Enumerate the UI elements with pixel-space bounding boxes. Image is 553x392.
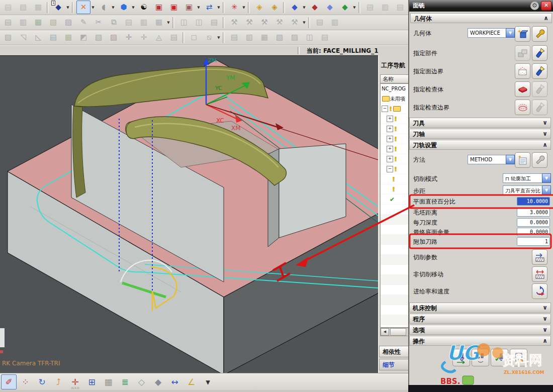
dialog-title-bar[interactable]: 面铣 ⚙ ✕ [409,0,553,12]
machine-sim-button[interactable]: ⚒ [272,16,287,29]
tree-row-11[interactable]: ! [381,184,408,194]
cut-mode-combo-dropdown-arrow[interactable]: ▼ [542,173,551,183]
paste-object-button[interactable]: ▤ [122,16,136,29]
section-actions[interactable]: 操作∧ [409,336,551,346]
select-check-boundary-button[interactable] [515,100,530,115]
tree-row-2[interactable]: 未用项 [381,94,408,104]
edit-geometry-button[interactable] [532,26,547,42]
true-shading-toggle-button[interactable]: ✐ [1,374,17,389]
snap-intersect-button[interactable]: ◩ [76,31,90,44]
list-tool-3-button[interactable]: ▤ [393,1,407,14]
section-geometry[interactable]: 几何体 ∧ [410,13,552,23]
isometric-view-dropdown-arrow[interactable]: ▼ [131,1,136,14]
isometric-view-button[interactable]: ⬢ [117,1,131,14]
tab-details[interactable]: 细节 [379,359,408,370]
generate-program-icon-button[interactable]: ◆ [288,1,302,14]
display-workpiece-dropdown-arrow[interactable]: ▼ [65,1,70,14]
shaded-view-dropdown-arrow[interactable]: ▼ [111,1,116,14]
snap-pole-button[interactable]: ▤ [167,31,181,44]
new-file-button[interactable]: ▤ [1,1,15,14]
final-floor-stock-field[interactable]: 0.0000 [517,228,550,236]
dim-tb-button[interactable]: ▨ [288,31,302,44]
list-output-button[interactable]: ▥ [328,16,342,29]
rotate-reference-button[interactable]: ↻ [34,374,50,389]
tree-row-7[interactable]: +! [381,144,408,154]
view-orient-button[interactable]: ◻ [187,31,201,44]
copy-object-button[interactable]: ⧉ [107,16,121,29]
create-operation-button[interactable]: ▨ [61,16,75,29]
viewport-3d[interactable]: ZM YM YC XC XM RK Camera TFR-TRI [0,55,378,373]
tree-row-1[interactable]: NC_PROG [381,84,408,94]
tab-dependencies[interactable]: 相依性 [379,346,408,357]
tree-row-10[interactable]: ! [381,174,408,184]
tree-row-5[interactable]: +! [381,124,408,134]
list-tool-2-button[interactable]: ▥ [378,1,392,14]
view-fit-button[interactable]: ⧅ [202,31,216,44]
generate-program-icon-dropdown-arrow[interactable]: ▼ [302,1,307,14]
shop-doc-button[interactable]: ▤ [313,16,327,29]
navigator-tree[interactable]: NC_PROG未用项−!+!+!+!+!+!−!!!✔ [380,83,408,328]
tree-row-8[interactable]: +! [381,154,408,164]
dialog-settings-icon[interactable]: ⚙ [530,2,539,10]
shaded-view-button[interactable]: ◖ [97,1,111,14]
section-machine-control[interactable]: 机床控制∨ [409,303,551,313]
display-workpiece-button[interactable]: ◆1 [51,1,65,14]
object-display-dropdown-arrow[interactable]: ▼ [90,1,96,14]
edit-method-button[interactable] [532,152,547,168]
save-file-button[interactable]: ▦ [31,1,45,14]
stepover-combo-dropdown-arrow[interactable]: ▼ [542,185,551,195]
snap-grid-button[interactable]: ✛ [137,31,151,44]
show-blank-cube-button[interactable]: ▣ [167,1,181,14]
verify-toolpath-button[interactable]: ✔ [491,349,508,366]
snap-point-button[interactable]: ▨ [1,31,15,44]
snap-center-button[interactable]: ▤ [46,31,60,44]
delete-object-button[interactable]: ▥ [137,16,151,29]
post-out-dropdown-arrow[interactable]: ▼ [302,16,307,29]
show-object-button[interactable]: ▦ [152,16,166,29]
snap-end-button[interactable]: ◺ [31,31,45,44]
wcs-orient-button[interactable]: ▥ [242,31,256,44]
tree-row-4[interactable]: +! [381,114,408,124]
show-tool-cube-button[interactable]: ▣ [152,1,166,14]
layer-settings-button[interactable]: ≣ [117,374,133,389]
tree-row-9[interactable]: −! [381,164,408,174]
snap-vertex-button[interactable]: ✛ [122,31,136,44]
display-part-button[interactable] [532,45,547,61]
section-tool[interactable]: 刀具∨ [409,118,551,128]
measure-angle-button[interactable]: ∠ [183,374,199,389]
verify-toolpath-tb-button[interactable]: ⚒ [257,16,271,29]
note-tb-button[interactable]: ◫ [303,31,317,44]
list-toolpath-button[interactable] [510,349,527,366]
blank-distance-field[interactable]: 3.0000 [517,208,550,217]
tree-row-6[interactable]: +! [381,134,408,144]
section-options[interactable]: 选项∨ [409,325,551,335]
geometry-combo-dropdown-arrow[interactable]: ▼ [506,28,515,38]
method-combo-dropdown-arrow[interactable]: ▼ [506,155,515,164]
navigator-hscrollbar[interactable]: ◀ [380,328,408,336]
edit-object-button[interactable]: ✎ [76,16,90,29]
object-display-button[interactable]: ✕ [76,1,90,14]
additional-passes-field[interactable]: 1 [517,237,550,246]
cutting-parameters-button[interactable] [532,249,547,265]
navigator-column-name[interactable]: 名称 [380,74,408,83]
verify-program-icon-button[interactable]: ◆ [323,1,337,14]
display-contrast-button[interactable]: ☯ [137,1,151,14]
create-method-button[interactable]: ▧ [46,16,60,29]
create-program-button[interactable]: ▤ [1,16,15,29]
measure-distance-button[interactable]: ↔ [167,374,182,389]
curve-tb-button[interactable]: ▧ [272,31,287,44]
tree-row-3[interactable]: −! [381,104,408,114]
sketch-tb-button[interactable]: ▦ [257,31,271,44]
grid-toggle-button[interactable]: ▦ [101,374,116,389]
select-or-edit-geometry-button[interactable]: ✦ [515,26,530,42]
list-tool-1-button[interactable]: ▤ [363,1,377,14]
misc-tb-button[interactable]: ▤ [318,31,332,44]
stepover-combo[interactable]: 刀具平直百分比▼ [503,185,551,195]
snap-edge-button[interactable]: ▨ [107,31,121,44]
datum-plane-1-button[interactable]: ◇ [134,374,149,389]
operation-navigator-panel[interactable]: 工序导航 名称 NC_PROG未用项−!+!+!+!+!+!−!!!✔ ◀ 相依… [378,55,408,373]
toolpath-edit-button[interactable]: ▤ [207,16,221,29]
parallel-generate-button[interactable]: 5 [472,349,489,366]
new-method-button[interactable]: ✦ [515,152,530,168]
section-tool-axis[interactable]: 刀轴∨ [409,129,551,139]
